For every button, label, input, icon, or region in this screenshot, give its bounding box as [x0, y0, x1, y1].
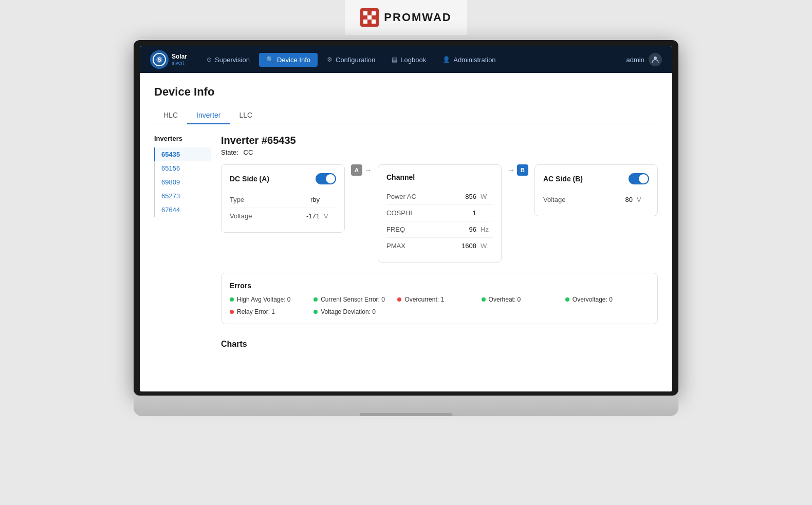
user-avatar-icon[interactable]	[649, 53, 662, 66]
pmax-unit: W	[481, 242, 493, 250]
error-dot-relay	[230, 310, 234, 314]
ac-voltage-row: Voltage 80 V	[543, 192, 649, 208]
page-title: Device Info	[154, 85, 658, 99]
svg-rect-4	[372, 20, 376, 24]
svg-rect-3	[363, 20, 367, 24]
error-dot-voltage-deviation	[313, 310, 318, 314]
dc-type-value: rby	[310, 196, 320, 203]
app-name-solar: Solar	[172, 53, 187, 60]
cosphi-label: COSPHI	[386, 209, 428, 217]
sidebar-item-69809[interactable]: 69809	[155, 175, 211, 189]
dc-voltage-value: -171	[306, 212, 320, 220]
dc-card-header: DC Side (A)	[230, 173, 336, 184]
channel-freq-row: FREQ 96 Hz	[386, 221, 493, 238]
tab-bar: HLC Inverter LLC	[154, 107, 658, 124]
ac-voltage-value: 80	[625, 196, 633, 203]
arrow-right-b-icon: →	[508, 166, 515, 174]
error-overvoltage: Overvoltage: 0	[565, 296, 649, 303]
errors-title: Errors	[230, 282, 649, 290]
power-ac-label: Power AC	[386, 193, 428, 200]
tab-inverter[interactable]: Inverter	[187, 107, 230, 124]
error-label-overcurrent: Overcurrent: 1	[404, 296, 444, 303]
configuration-icon: ⚙	[327, 56, 333, 63]
channel-card: Channel Power AC 856 W COSPHI	[378, 164, 502, 263]
cosphi-value: 1	[473, 209, 476, 217]
administration-icon: 👤	[442, 56, 450, 63]
dc-voltage-unit: V	[324, 212, 336, 220]
sidebar-item-65435[interactable]: 65435	[154, 147, 211, 161]
logbook-label: Logbook	[400, 56, 426, 64]
sidebar-list: 65435 65156 69809 65273 67644	[154, 147, 211, 217]
channel-cosphi-row: COSPHI 1	[386, 205, 493, 221]
nav-administration[interactable]: 👤 Administration	[435, 53, 503, 67]
error-label-high-avg: High Avg Voltage: 0	[237, 296, 291, 303]
error-label-relay: Relay Error: 1	[237, 308, 275, 315]
screen-inner: S Solar invert ⊙ Supervision	[140, 46, 672, 391]
charts-title: Charts	[221, 340, 658, 349]
error-label-overheat: Overheat: 0	[489, 296, 521, 303]
nav-supervision[interactable]: ⊙ Supervision	[199, 53, 257, 67]
nav-right: admin	[626, 53, 662, 66]
dc-side-card: DC Side (A) Type	[221, 164, 345, 233]
sidebar-item-65156[interactable]: 65156	[155, 161, 211, 175]
svg-rect-2	[372, 11, 376, 15]
supervision-icon: ⊙	[207, 56, 212, 63]
charts-section: Charts	[221, 334, 658, 349]
connector-a: A →	[351, 164, 372, 176]
error-overheat: Overheat: 0	[482, 296, 565, 303]
error-current-sensor: Current Sensor Error: 0	[313, 296, 397, 303]
power-ac-unit: W	[481, 193, 493, 200]
state-label: State:	[221, 148, 238, 156]
cards-row: DC Side (A) Type	[221, 164, 658, 263]
error-label-current-sensor: Current Sensor Error: 0	[321, 296, 385, 303]
user-name: admin	[626, 56, 644, 64]
state-value: CC	[244, 148, 253, 156]
tab-llc[interactable]: LLC	[230, 107, 262, 124]
error-dot-overheat	[482, 297, 486, 302]
dc-toggle[interactable]	[316, 173, 336, 184]
nav-device-info[interactable]: 🔍 Device Info	[259, 53, 318, 67]
sidebar-title: Inverters	[154, 135, 211, 142]
error-relay: Relay Error: 1	[230, 308, 313, 315]
nav-logbook[interactable]: ▤ Logbook	[384, 53, 433, 67]
channel-card-header: Channel	[386, 173, 493, 181]
device-info-label: Device Info	[277, 56, 310, 64]
error-dot-current-sensor	[313, 297, 318, 302]
error-dot-overvoltage	[565, 297, 569, 302]
sidebar-item-65273[interactable]: 65273	[155, 189, 211, 203]
tab-hlc[interactable]: HLC	[154, 107, 187, 124]
nav-items: ⊙ Supervision 🔍 Device Info ⚙ Configurat…	[199, 53, 626, 67]
configuration-label: Configuration	[336, 56, 375, 64]
device-info-icon: 🔍	[266, 56, 274, 63]
channel-pmax-row: PMAX 1608 W	[386, 238, 493, 254]
error-overcurrent: Overcurrent: 1	[397, 296, 481, 303]
navbar: S Solar invert ⊙ Supervision	[140, 46, 672, 73]
error-label-voltage-deviation: Voltage Deviation: 0	[321, 308, 376, 315]
sidebar-item-67644[interactable]: 67644	[155, 203, 211, 217]
brand-logo-icon	[360, 8, 379, 27]
freq-label: FREQ	[386, 226, 428, 233]
pmax-value: 1608	[462, 242, 476, 250]
dc-voltage-label: Voltage	[230, 212, 271, 220]
ac-toggle[interactable]	[629, 173, 649, 184]
svg-rect-5	[367, 15, 372, 20]
badge-b: B	[517, 164, 528, 176]
channel-power-ac-row: Power AC 856 W	[386, 189, 493, 205]
error-high-avg-voltage: High Avg Voltage: 0	[230, 296, 313, 303]
nav-configuration[interactable]: ⚙ Configuration	[320, 53, 382, 67]
ac-voltage-unit: V	[637, 196, 649, 203]
pmax-label: PMAX	[386, 242, 428, 250]
main-layout: Inverters 65435 65156 69809 65273 67644	[154, 135, 658, 349]
administration-label: Administration	[453, 56, 495, 64]
svg-rect-1	[363, 11, 367, 15]
inverter-title: Inverter #65435	[221, 135, 658, 146]
dc-card-title: DC Side (A)	[230, 175, 269, 183]
errors-section: Errors High Avg Voltage: 0 Current Senso…	[221, 273, 658, 324]
laptop-screen-bezel: S Solar invert ⊙ Supervision	[134, 40, 678, 396]
connector-b: → B	[508, 164, 528, 176]
error-label-overvoltage: Overvoltage: 0	[573, 296, 613, 303]
error-dot-high-avg	[230, 297, 234, 302]
svg-point-10	[654, 57, 657, 60]
brand-name: PROMWAD	[384, 11, 451, 24]
page-content: Device Info HLC Inverter LLC Inverters	[140, 73, 672, 391]
